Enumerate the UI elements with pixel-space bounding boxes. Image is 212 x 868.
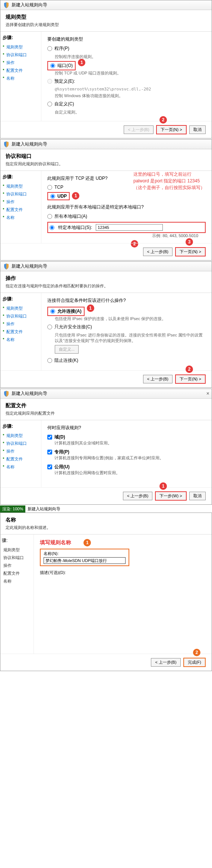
sidebar: 步骤: 规则类型 协议和端口 操作 配置文件 名称 [0, 293, 41, 370]
label-port: 端口(O) [57, 63, 73, 69]
radio-block[interactable] [47, 358, 52, 363]
label-public: 公用(U) [54, 464, 120, 470]
step-protocol[interactable]: 协议和端口 [3, 312, 39, 320]
option-custom[interactable]: 自定义(C) [47, 101, 206, 107]
port-input[interactable] [96, 224, 163, 231]
page-subtitle: 指定在连接与规则中指定的条件相匹配时要执行的操作。 [6, 283, 206, 289]
titlebar: 新建入站规则向导 [0, 262, 212, 271]
step-action[interactable]: 操作 [3, 59, 39, 67]
radio-all[interactable] [47, 214, 52, 219]
step-rule-type[interactable]: 规则类型 [2, 546, 32, 554]
shield-icon [3, 264, 9, 269]
next-button[interactable]: 下一页(N) > [175, 247, 206, 256]
next-button[interactable]: 下一步(W) > [155, 491, 186, 501]
desc-private: 计算机连接到专用网络位置(例如，家庭或工作单位)时应用。 [54, 455, 164, 461]
checkbox-domain[interactable]: 域(D)计算机连接到其企业域时应用。 [47, 434, 206, 446]
step-name[interactable]: 名称 [3, 214, 39, 221]
step-rule-type[interactable]: 规则类型 [3, 43, 39, 51]
label-predef: 预定义(E): [54, 78, 75, 84]
cancel-button[interactable]: 取消 [189, 125, 206, 134]
label-domain: 域(D) [54, 434, 112, 440]
prompt: 要创建的规则类型 [47, 36, 206, 42]
wizard-name: 名称 定此规则的名称和描述。 骤: 规则类型 协议和端口 操作 配置文件 名称 … [0, 513, 212, 671]
name-input[interactable] [44, 557, 126, 564]
step-action[interactable]: 操作 [2, 562, 32, 569]
close-icon[interactable]: × [206, 390, 209, 396]
back-button[interactable]: < 上一步(B) [151, 658, 180, 667]
radio-predef[interactable] [47, 79, 52, 84]
label-udp: UDP [57, 194, 67, 199]
highlight-allow: 允许连接(A) [47, 307, 85, 316]
predef-value: @%systemroot%\system32\provsvc.dll,-202 [55, 87, 206, 92]
highlight-udp: UDP [47, 192, 70, 200]
step-profile[interactable]: 配置文件 [3, 328, 39, 336]
cb-private[interactable] [47, 450, 52, 454]
checkbox-public[interactable]: 公用(U)计算机连接到公用网络位置时应用。 [47, 464, 206, 476]
label-tcp: TCP [54, 185, 63, 190]
footer: 2 < 上一步(B) 完成(F) [0, 654, 212, 671]
content: 这里的端口号，填写之前运行 palword 是port 指定的端口 12345（… [41, 171, 212, 243]
option-program[interactable]: 程序(P) [47, 45, 206, 52]
option-secure[interactable]: 只允许安全连接(C) [47, 324, 206, 330]
step-protocol[interactable]: 协议和端口 [3, 440, 39, 447]
desc-allow: 包括使用 IPsec 保护的连接，以及未使用 IPsec 保护的连接。 [55, 316, 206, 322]
cancel-button[interactable]: 取消 [189, 492, 206, 500]
back-button[interactable]: < 上一步(B) [143, 375, 173, 383]
back-button[interactable]: < 上一步(B) [143, 248, 173, 256]
step-protocol[interactable]: 协议和端口 [2, 554, 32, 562]
annotation-badge-2: 2 [159, 116, 167, 124]
radio-secure[interactable] [47, 325, 52, 329]
radio-custom[interactable] [47, 102, 52, 106]
step-action[interactable]: 操作 [3, 198, 39, 206]
content: 要创建的规则类型 程序(P) 控制程序连接的规则。 端口(O) 1 控制 TCP… [41, 32, 212, 121]
page-title: 配置文件 [6, 402, 206, 409]
window-title: 新建入站规则向导 [12, 141, 47, 147]
wizard-action: 新建入站规则向导 操作 指定在连接与规则中指定的条件相匹配时要执行的操作。 步骤… [0, 261, 212, 388]
cb-public[interactable] [47, 465, 52, 469]
option-predef[interactable]: 预定义(E): [47, 78, 206, 84]
content: 何时应用该规则? 域(D)计算机连接到其企业域时应用。 专用(P)计算机连接到专… [41, 420, 212, 487]
label-secure: 只允许安全连接(C) [54, 324, 92, 330]
step-profile[interactable]: 配置文件 [3, 455, 39, 463]
back-button[interactable]: < 上一步(B) [123, 492, 152, 500]
step-rule-type[interactable]: 规则类型 [3, 182, 39, 190]
next-button[interactable]: 下一页(N) > [156, 125, 187, 134]
step-protocol[interactable]: 协议和端口 [3, 51, 39, 59]
header: 规则类型 选择要创建的防火墙规则类型 [0, 10, 212, 32]
step-name[interactable]: 名称 [3, 336, 39, 344]
radio-port[interactable] [50, 63, 55, 68]
cb-domain[interactable] [47, 435, 52, 440]
page-title: 协议和端口 [6, 153, 206, 160]
steps-label: 步骤: [3, 296, 39, 302]
desc-port: 控制 TCP 或 UDP 端口连接的规则。 [55, 70, 206, 76]
radio-program[interactable] [47, 46, 52, 51]
radio-specific[interactable] [50, 225, 54, 230]
sidebar: 骤: 规则类型 协议和端口 操作 配置文件 名称 [0, 534, 34, 654]
option-block[interactable]: 阻止连接(K) [47, 357, 206, 364]
step-profile[interactable]: 配置文件 [3, 67, 39, 74]
checkbox-private[interactable]: 专用(P)计算机连接到专用网络位置(例如，家庭或工作单位)时应用。 [47, 449, 206, 461]
step-profile[interactable]: 配置文件 [2, 569, 32, 577]
label-private: 专用(P) [54, 449, 164, 455]
step-rule-type[interactable]: 规则类型 [3, 304, 39, 312]
finish-button[interactable]: 完成(F) [183, 658, 206, 667]
step-action[interactable]: 操作 [3, 320, 39, 328]
desc-domain: 计算机连接到其企业域时应用。 [54, 440, 112, 446]
radio-tcp[interactable] [47, 185, 52, 190]
port-example: 示例: 80, 443, 5000-5010 [49, 233, 206, 239]
step-name[interactable]: 名称 [2, 577, 32, 585]
step-action[interactable]: 操作 [3, 447, 39, 455]
step-protocol[interactable]: 协议和端口 [3, 190, 39, 198]
label-block: 阻止连接(K) [54, 357, 78, 364]
step-rule-type[interactable]: 规则类型 [3, 432, 39, 440]
radio-allow[interactable] [50, 309, 55, 314]
option-all-ports[interactable]: 所有本地端口(A) [47, 213, 206, 220]
annotation-badge-1: 1 [72, 192, 79, 200]
next-button[interactable]: 下一页(N) > [175, 374, 206, 384]
step-profile[interactable]: 配置文件 [3, 206, 39, 214]
step-name[interactable]: 名称 [3, 74, 39, 82]
label-program: 程序(P) [54, 45, 69, 52]
radio-udp[interactable] [50, 194, 55, 199]
name-annotation: 填写规则名称 [40, 539, 71, 545]
step-name[interactable]: 名称 [3, 463, 39, 471]
